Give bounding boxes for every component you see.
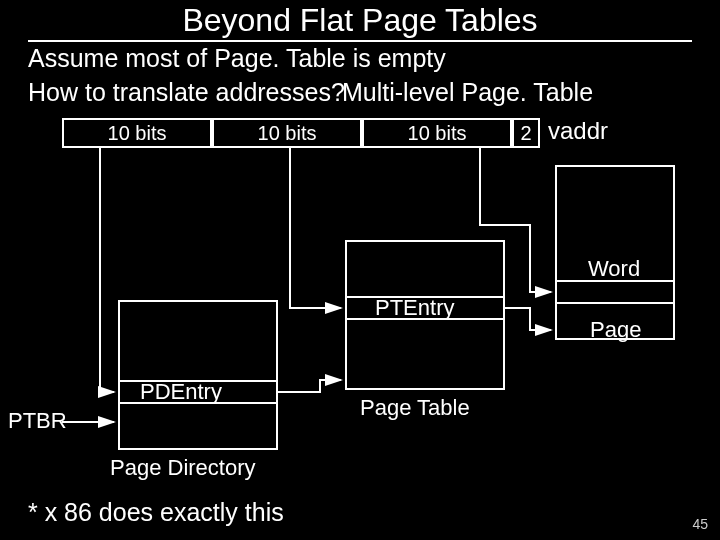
- vaddr-field-ptindex: 10 bits: [212, 118, 362, 148]
- word-label: Word: [588, 256, 640, 282]
- page-table-label: Page Table: [360, 395, 470, 421]
- vaddr-field-pdindex: 10 bits: [62, 118, 212, 148]
- vaddr-field-offset: 10 bits: [362, 118, 512, 148]
- title-underline: [28, 40, 692, 42]
- ptentry-label: PTEntry: [375, 295, 454, 321]
- slide-number: 45: [692, 516, 708, 532]
- intro-line-2a: How to translate addresses?: [28, 78, 345, 107]
- page-directory-box: [118, 300, 278, 450]
- intro-line-1: Assume most of Page. Table is empty: [28, 44, 446, 73]
- vaddr-label: vaddr: [548, 117, 608, 145]
- slide-title: Beyond Flat Page Tables: [0, 0, 720, 39]
- pdentry-label: PDEntry: [140, 379, 222, 405]
- intro-line-2b: Multi-level Page. Table: [342, 78, 593, 107]
- word-box: [555, 280, 675, 304]
- vaddr-field-low2: 2: [512, 118, 540, 148]
- ptbr-label: PTBR: [8, 408, 67, 434]
- page-box: [555, 165, 675, 340]
- page-directory-label: Page Directory: [110, 455, 256, 481]
- footnote: * x 86 does exactly this: [28, 498, 284, 527]
- page-label: Page: [590, 317, 641, 343]
